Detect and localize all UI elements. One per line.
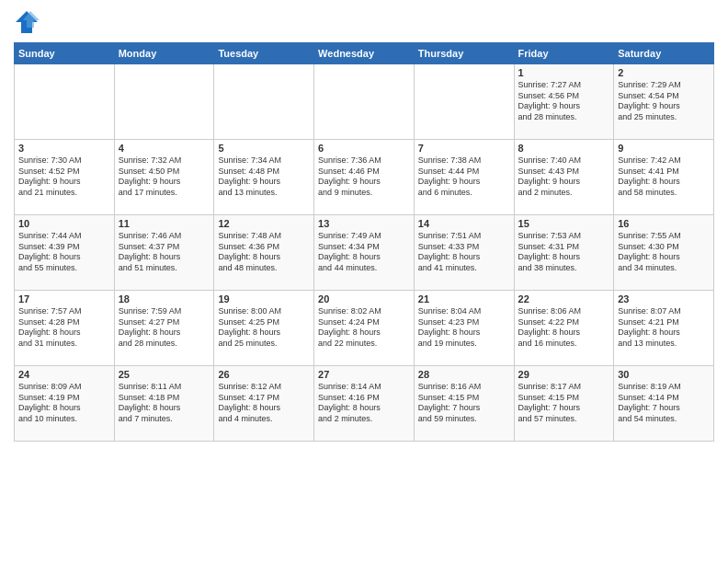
calendar-cell: 23Sunrise: 8:07 AMSunset: 4:21 PMDayligh…	[614, 291, 714, 366]
cell-info-line: Daylight: 9 hours	[119, 177, 210, 188]
cell-info-line: and 41 minutes.	[418, 263, 510, 274]
day-number: 11	[119, 218, 210, 229]
cell-info-line: Sunset: 4:17 PM	[218, 393, 310, 404]
calendar-cell: 1Sunrise: 7:27 AMSunset: 4:56 PMDaylight…	[514, 64, 614, 140]
logo-icon	[14, 9, 40, 35]
cell-info-line: Sunset: 4:50 PM	[119, 167, 210, 178]
day-number: 12	[218, 218, 310, 229]
cell-info-line: Sunrise: 8:12 AM	[218, 382, 310, 393]
calendar-cell: 11Sunrise: 7:46 AMSunset: 4:37 PMDayligh…	[114, 215, 214, 291]
cell-info-line: and 28 minutes.	[518, 112, 610, 123]
cell-info-line: and 2 minutes.	[318, 414, 410, 425]
day-number: 27	[318, 369, 410, 380]
cell-info-line: Sunrise: 7:36 AM	[318, 155, 410, 167]
calendar-table: SundayMondayTuesdayWednesdayThursdayFrid…	[14, 42, 714, 442]
day-number: 7	[418, 143, 510, 154]
cell-info-line: Daylight: 8 hours	[119, 327, 210, 339]
day-header-friday: Friday	[514, 43, 614, 64]
cell-info-line: Daylight: 7 hours	[418, 403, 510, 414]
cell-info-line: Daylight: 8 hours	[318, 252, 410, 263]
cell-info-line: Daylight: 7 hours	[518, 403, 610, 414]
cell-info-line: Sunrise: 7:30 AM	[18, 155, 110, 167]
cell-info-line: and 57 minutes.	[518, 414, 610, 425]
day-number: 17	[18, 293, 110, 304]
cell-info-line: Sunrise: 7:32 AM	[119, 155, 210, 167]
cell-info-line: and 2 minutes.	[518, 188, 610, 199]
calendar-cell: 2Sunrise: 7:29 AMSunset: 4:54 PMDaylight…	[614, 64, 714, 140]
cell-info-line: Sunset: 4:48 PM	[218, 167, 310, 178]
calendar-week-4: 17Sunrise: 7:57 AMSunset: 4:28 PMDayligh…	[15, 291, 714, 366]
cell-info-line: Sunset: 4:30 PM	[618, 242, 710, 253]
day-number: 15	[518, 218, 610, 229]
cell-info-line: Sunrise: 8:07 AM	[618, 306, 710, 317]
cell-info-line: Sunrise: 7:42 AM	[618, 155, 710, 167]
cell-info-line: Sunrise: 8:04 AM	[418, 306, 510, 317]
cell-info-line: Sunset: 4:31 PM	[518, 242, 610, 253]
cell-info-line: Sunset: 4:46 PM	[318, 167, 410, 178]
cell-info-line: Daylight: 9 hours	[518, 177, 610, 188]
calendar-cell: 30Sunrise: 8:19 AMSunset: 4:14 PMDayligh…	[614, 366, 714, 442]
day-number: 9	[618, 143, 710, 154]
cell-info-line: Sunrise: 7:59 AM	[119, 306, 210, 317]
cell-info-line: Sunrise: 8:16 AM	[418, 382, 510, 393]
cell-info-line: Daylight: 9 hours	[518, 101, 610, 112]
cell-info-line: and 58 minutes.	[618, 188, 710, 199]
calendar-cell: 28Sunrise: 8:16 AMSunset: 4:15 PMDayligh…	[414, 366, 514, 442]
calendar-cell: 13Sunrise: 7:49 AMSunset: 4:34 PMDayligh…	[314, 215, 415, 291]
day-number: 25	[119, 369, 210, 380]
cell-info-line: Sunrise: 7:46 AM	[119, 231, 210, 242]
cell-info-line: and 59 minutes.	[418, 414, 510, 425]
day-number: 4	[119, 143, 210, 154]
calendar-cell: 20Sunrise: 8:02 AMSunset: 4:24 PMDayligh…	[314, 291, 415, 366]
cell-info-line: Sunrise: 8:14 AM	[318, 382, 410, 393]
cell-info-line: and 48 minutes.	[218, 263, 310, 274]
cell-info-line: Sunset: 4:54 PM	[618, 91, 710, 102]
calendar-cell: 22Sunrise: 8:06 AMSunset: 4:22 PMDayligh…	[514, 291, 614, 366]
cell-info-line: Daylight: 8 hours	[119, 403, 210, 414]
cell-info-line: Sunset: 4:16 PM	[318, 393, 410, 404]
cell-info-line: Sunset: 4:34 PM	[318, 242, 410, 253]
cell-info-line: Daylight: 8 hours	[18, 403, 110, 414]
day-number: 1	[518, 67, 610, 78]
cell-info-line: Sunset: 4:19 PM	[18, 393, 110, 404]
cell-info-line: Sunset: 4:41 PM	[618, 167, 710, 178]
calendar-header-row: SundayMondayTuesdayWednesdayThursdayFrid…	[15, 43, 714, 64]
calendar-cell	[114, 64, 214, 140]
cell-info-line: and 6 minutes.	[418, 188, 510, 199]
day-number: 19	[218, 293, 310, 304]
cell-info-line: and 13 minutes.	[218, 188, 310, 199]
cell-info-line: Daylight: 9 hours	[18, 177, 110, 188]
cell-info-line: Daylight: 8 hours	[518, 252, 610, 263]
calendar-cell: 8Sunrise: 7:40 AMSunset: 4:43 PMDaylight…	[514, 140, 614, 215]
calendar-week-2: 3Sunrise: 7:30 AMSunset: 4:52 PMDaylight…	[15, 140, 714, 215]
cell-info-line: Sunset: 4:21 PM	[618, 317, 710, 328]
cell-info-line: Daylight: 8 hours	[318, 327, 410, 339]
cell-info-line: and 25 minutes.	[218, 339, 310, 350]
calendar-cell: 5Sunrise: 7:34 AMSunset: 4:48 PMDaylight…	[214, 140, 314, 215]
cell-info-line: and 9 minutes.	[318, 188, 410, 199]
day-number: 28	[418, 369, 510, 380]
cell-info-line: Sunrise: 8:11 AM	[119, 382, 210, 393]
day-number: 2	[618, 67, 710, 78]
cell-info-line: Daylight: 8 hours	[618, 177, 710, 188]
cell-info-line: Sunrise: 7:51 AM	[418, 231, 510, 242]
day-number: 29	[518, 369, 610, 380]
day-number: 16	[618, 218, 710, 229]
cell-info-line: Sunset: 4:43 PM	[518, 167, 610, 178]
day-number: 5	[218, 143, 310, 154]
cell-info-line: Daylight: 8 hours	[119, 252, 210, 263]
cell-info-line: Sunrise: 8:06 AM	[518, 306, 610, 317]
day-header-sunday: Sunday	[15, 43, 115, 64]
day-number: 8	[518, 143, 610, 154]
calendar-cell: 16Sunrise: 7:55 AMSunset: 4:30 PMDayligh…	[614, 215, 714, 291]
cell-info-line: Sunset: 4:44 PM	[418, 167, 510, 178]
calendar-cell: 6Sunrise: 7:36 AMSunset: 4:46 PMDaylight…	[314, 140, 415, 215]
cell-info-line: and 22 minutes.	[318, 339, 410, 350]
cell-info-line: Daylight: 9 hours	[218, 177, 310, 188]
day-number: 26	[218, 369, 310, 380]
cell-info-line: Sunset: 4:52 PM	[18, 167, 110, 178]
cell-info-line: Sunrise: 7:38 AM	[418, 155, 510, 167]
cell-info-line: and 25 minutes.	[618, 112, 710, 123]
cell-info-line: Sunrise: 7:57 AM	[18, 306, 110, 317]
calendar-cell	[314, 64, 415, 140]
